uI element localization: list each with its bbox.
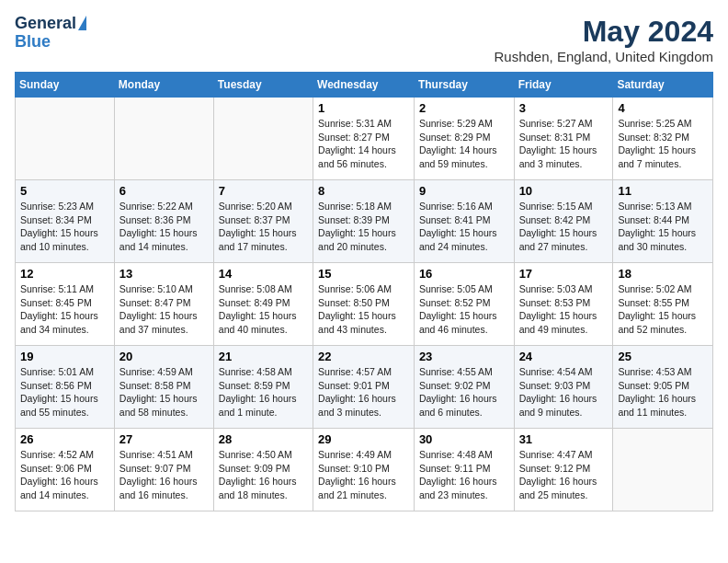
calendar-cell — [213, 98, 313, 180]
day-info: Sunrise: 4:52 AM Sunset: 9:06 PM Dayligh… — [20, 448, 109, 502]
calendar-cell: 14Sunrise: 5:08 AM Sunset: 8:49 PM Dayli… — [213, 263, 313, 346]
day-info: Sunrise: 4:51 AM Sunset: 9:07 PM Dayligh… — [119, 448, 209, 502]
calendar-cell: 29Sunrise: 4:49 AM Sunset: 9:10 PM Dayli… — [313, 429, 415, 511]
week-row-4: 19Sunrise: 5:01 AM Sunset: 8:56 PM Dayli… — [16, 346, 713, 429]
day-number: 18 — [618, 267, 708, 281]
day-number: 5 — [20, 184, 109, 198]
calendar-cell: 9Sunrise: 5:16 AM Sunset: 8:41 PM Daylig… — [414, 180, 514, 263]
day-number: 28 — [219, 432, 308, 446]
day-header-row: SundayMondayTuesdayWednesdayThursdayFrid… — [16, 73, 713, 98]
calendar-cell: 27Sunrise: 4:51 AM Sunset: 9:07 PM Dayli… — [114, 429, 213, 511]
day-number: 31 — [519, 432, 609, 446]
logo-blue-text: Blue — [15, 33, 51, 52]
month-title: May 2024 — [495, 15, 714, 49]
calendar-cell: 28Sunrise: 4:50 AM Sunset: 9:09 PM Dayli… — [213, 429, 313, 511]
week-row-1: 1Sunrise: 5:31 AM Sunset: 8:27 PM Daylig… — [16, 98, 713, 180]
logo-triangle-icon — [78, 16, 86, 30]
calendar-cell: 3Sunrise: 5:27 AM Sunset: 8:31 PM Daylig… — [514, 98, 613, 180]
calendar-cell: 4Sunrise: 5:25 AM Sunset: 8:32 PM Daylig… — [613, 98, 713, 180]
day-info: Sunrise: 5:20 AM Sunset: 8:37 PM Dayligh… — [219, 200, 308, 254]
day-info: Sunrise: 5:25 AM Sunset: 8:32 PM Dayligh… — [618, 117, 708, 171]
calendar-cell: 16Sunrise: 5:05 AM Sunset: 8:52 PM Dayli… — [414, 263, 514, 346]
day-number: 2 — [419, 101, 509, 115]
calendar-cell: 31Sunrise: 4:47 AM Sunset: 9:12 PM Dayli… — [514, 429, 613, 511]
day-number: 22 — [318, 350, 409, 363]
day-number: 13 — [119, 267, 209, 281]
day-number: 29 — [318, 432, 409, 446]
calendar-cell: 19Sunrise: 5:01 AM Sunset: 8:56 PM Dayli… — [16, 346, 115, 429]
calendar-cell: 21Sunrise: 4:58 AM Sunset: 8:59 PM Dayli… — [213, 346, 313, 429]
logo: General Blue — [15, 15, 86, 52]
day-number: 21 — [219, 350, 308, 363]
col-header-saturday: Saturday — [613, 73, 713, 98]
day-number: 10 — [519, 184, 609, 198]
day-info: Sunrise: 4:55 AM Sunset: 9:02 PM Dayligh… — [419, 365, 509, 419]
calendar-cell: 13Sunrise: 5:10 AM Sunset: 8:47 PM Dayli… — [114, 263, 213, 346]
day-number: 20 — [119, 350, 209, 363]
day-number: 30 — [419, 432, 509, 446]
calendar-table: SundayMondayTuesdayWednesdayThursdayFrid… — [15, 72, 713, 511]
calendar-cell: 22Sunrise: 4:57 AM Sunset: 9:01 PM Dayli… — [313, 346, 415, 429]
day-number: 6 — [119, 184, 209, 198]
calendar-cell: 20Sunrise: 4:59 AM Sunset: 8:58 PM Dayli… — [114, 346, 213, 429]
calendar-cell: 5Sunrise: 5:23 AM Sunset: 8:34 PM Daylig… — [16, 180, 115, 263]
day-info: Sunrise: 5:18 AM Sunset: 8:39 PM Dayligh… — [318, 200, 409, 254]
day-info: Sunrise: 4:53 AM Sunset: 9:05 PM Dayligh… — [618, 365, 708, 419]
day-number: 24 — [519, 350, 609, 363]
col-header-monday: Monday — [114, 73, 213, 98]
calendar-cell: 10Sunrise: 5:15 AM Sunset: 8:42 PM Dayli… — [514, 180, 613, 263]
day-info: Sunrise: 5:31 AM Sunset: 8:27 PM Dayligh… — [318, 117, 409, 171]
location-title: Rushden, England, United Kingdom — [495, 49, 714, 64]
col-header-friday: Friday — [514, 73, 613, 98]
title-area: May 2024 Rushden, England, United Kingdo… — [495, 15, 714, 64]
calendar-cell — [16, 98, 115, 180]
day-info: Sunrise: 5:11 AM Sunset: 8:45 PM Dayligh… — [20, 282, 109, 337]
calendar-cell — [114, 98, 213, 180]
day-info: Sunrise: 5:03 AM Sunset: 8:53 PM Dayligh… — [519, 282, 609, 337]
day-info: Sunrise: 5:29 AM Sunset: 8:29 PM Dayligh… — [419, 117, 509, 171]
day-info: Sunrise: 4:57 AM Sunset: 9:01 PM Dayligh… — [318, 365, 409, 419]
day-number: 26 — [20, 432, 109, 446]
day-info: Sunrise: 5:05 AM Sunset: 8:52 PM Dayligh… — [419, 282, 509, 337]
day-number: 19 — [20, 350, 109, 363]
calendar-cell: 25Sunrise: 4:53 AM Sunset: 9:05 PM Dayli… — [613, 346, 713, 429]
day-number: 14 — [219, 267, 308, 281]
day-info: Sunrise: 5:08 AM Sunset: 8:49 PM Dayligh… — [219, 282, 308, 337]
col-header-tuesday: Tuesday — [213, 73, 313, 98]
week-row-2: 5Sunrise: 5:23 AM Sunset: 8:34 PM Daylig… — [16, 180, 713, 263]
calendar-cell: 12Sunrise: 5:11 AM Sunset: 8:45 PM Dayli… — [16, 263, 115, 346]
day-info: Sunrise: 4:50 AM Sunset: 9:09 PM Dayligh… — [219, 448, 308, 502]
calendar-cell: 23Sunrise: 4:55 AM Sunset: 9:02 PM Dayli… — [414, 346, 514, 429]
day-number: 12 — [20, 267, 109, 281]
calendar-cell: 11Sunrise: 5:13 AM Sunset: 8:44 PM Dayli… — [613, 180, 713, 263]
col-header-sunday: Sunday — [16, 73, 115, 98]
day-number: 1 — [318, 101, 409, 115]
day-info: Sunrise: 4:58 AM Sunset: 8:59 PM Dayligh… — [219, 365, 308, 419]
day-info: Sunrise: 4:47 AM Sunset: 9:12 PM Dayligh… — [519, 448, 609, 502]
day-info: Sunrise: 4:54 AM Sunset: 9:03 PM Dayligh… — [519, 365, 609, 419]
day-number: 25 — [618, 350, 708, 363]
day-info: Sunrise: 5:13 AM Sunset: 8:44 PM Dayligh… — [618, 200, 708, 254]
day-info: Sunrise: 5:27 AM Sunset: 8:31 PM Dayligh… — [519, 117, 609, 171]
week-row-3: 12Sunrise: 5:11 AM Sunset: 8:45 PM Dayli… — [16, 263, 713, 346]
day-info: Sunrise: 5:16 AM Sunset: 8:41 PM Dayligh… — [419, 200, 509, 254]
day-number: 4 — [618, 101, 708, 115]
day-number: 3 — [519, 101, 609, 115]
day-info: Sunrise: 4:59 AM Sunset: 8:58 PM Dayligh… — [119, 365, 209, 419]
calendar-cell: 26Sunrise: 4:52 AM Sunset: 9:06 PM Dayli… — [16, 429, 115, 511]
day-number: 15 — [318, 267, 409, 281]
day-number: 7 — [219, 184, 308, 198]
calendar-cell: 1Sunrise: 5:31 AM Sunset: 8:27 PM Daylig… — [313, 98, 415, 180]
day-info: Sunrise: 4:49 AM Sunset: 9:10 PM Dayligh… — [318, 448, 409, 502]
day-info: Sunrise: 5:10 AM Sunset: 8:47 PM Dayligh… — [119, 282, 209, 337]
day-number: 16 — [419, 267, 509, 281]
day-number: 27 — [119, 432, 209, 446]
calendar-cell: 7Sunrise: 5:20 AM Sunset: 8:37 PM Daylig… — [213, 180, 313, 263]
day-info: Sunrise: 5:02 AM Sunset: 8:55 PM Dayligh… — [618, 282, 708, 337]
calendar-cell: 8Sunrise: 5:18 AM Sunset: 8:39 PM Daylig… — [313, 180, 415, 263]
calendar-cell — [613, 429, 713, 511]
day-number: 11 — [618, 184, 708, 198]
col-header-thursday: Thursday — [414, 73, 514, 98]
day-info: Sunrise: 5:23 AM Sunset: 8:34 PM Dayligh… — [20, 200, 109, 254]
col-header-wednesday: Wednesday — [313, 73, 415, 98]
